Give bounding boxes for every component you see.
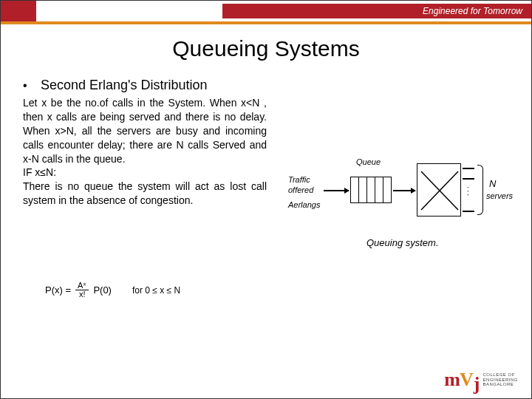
output-line <box>463 178 474 180</box>
formula: P(x) = Aˣ x! P(0) <box>45 282 112 299</box>
logo-text: COLLEGE OF ENGINEERING BANGALORE <box>482 372 518 387</box>
page-title: Queueing Systems <box>1 36 531 61</box>
slide: Engineered for Tomorrow Queueing Systems… <box>0 0 532 399</box>
queueing-diagram: Traffic offered Aerlangs Queue ··· <box>293 149 514 267</box>
logo-letter-m: m <box>444 369 460 390</box>
formula-row: P(x) = Aˣ x! P(0) for 0 ≤ x ≤ N <box>45 282 180 299</box>
formula-condition: for 0 ≤ x ≤ N <box>132 285 180 296</box>
header-underline <box>1 21 531 24</box>
logo-line-3: BANGALORE <box>482 382 518 387</box>
logo-line-2: ENGINEERING <box>482 378 518 383</box>
logo-letter-v: V <box>460 369 474 390</box>
queue-slot <box>383 177 391 202</box>
server-box <box>417 163 461 216</box>
bullet-marker: • <box>23 79 41 92</box>
diagram-label-erlangs: Aerlangs <box>288 200 320 209</box>
formula-rhs: P(0) <box>93 284 112 296</box>
brace-icon <box>477 165 483 215</box>
footer-logo: mVj COLLEGE OF ENGINEERING BANGALORE <box>444 369 518 391</box>
logo-line-1: COLLEGE OF <box>482 372 518 378</box>
logo-letter-j: j <box>474 373 480 395</box>
formula-lhs: P(x) = <box>45 284 71 296</box>
diagram-label-traffic-top: Traffic <box>288 175 310 184</box>
switch-icon <box>417 164 462 217</box>
header-tagline: Engineered for Tomorrow <box>423 6 522 16</box>
content-block: • Second Erlang's Distribution Let x be … <box>23 78 267 208</box>
output-line <box>463 168 474 169</box>
ellipsis-icon: ··· <box>467 185 469 197</box>
bullet-row: • Second Erlang's Distribution <box>23 78 267 93</box>
formula-fraction: Aˣ x! <box>75 282 89 299</box>
header-tagline-strip: Engineered for Tomorrow <box>222 4 531 18</box>
arrow-icon <box>324 190 349 191</box>
diagram-label-n: N <box>489 178 496 189</box>
queue-box <box>350 177 392 203</box>
diagram-label-queue: Queue <box>356 157 381 166</box>
header-notch <box>1 1 36 21</box>
arrow-icon <box>393 190 415 191</box>
queue-slot <box>375 177 383 202</box>
diagram-label-traffic-bottom: offered <box>288 185 313 194</box>
body-text: Let x be the no.of calls in the System. … <box>23 96 267 208</box>
output-line <box>463 211 474 212</box>
bullet-title: Second Erlang's Distribution <box>41 78 208 93</box>
diagram-label-servers: servers <box>486 191 513 200</box>
diagram-caption: Queuing system. <box>366 237 439 248</box>
queue-slot <box>351 177 359 202</box>
queue-slot <box>367 177 375 202</box>
formula-denominator: x! <box>77 290 88 299</box>
queue-slot <box>359 177 367 202</box>
header-bar: Engineered for Tomorrow <box>1 1 531 21</box>
